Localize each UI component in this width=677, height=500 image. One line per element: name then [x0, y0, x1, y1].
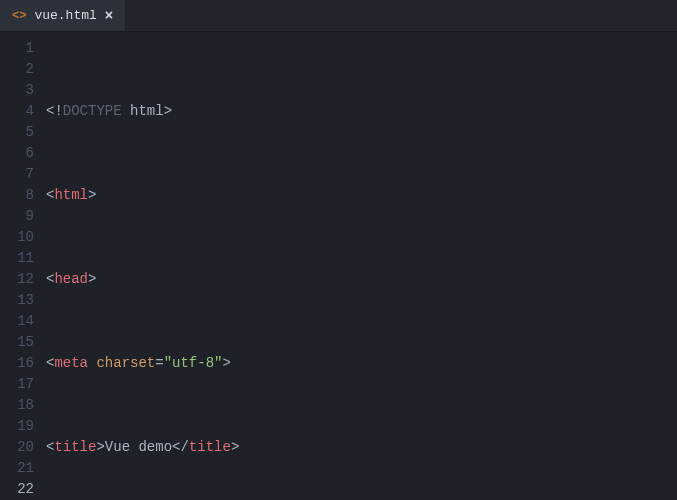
code-area[interactable]: <!DOCTYPE html> <html> <head> <meta char…: [46, 32, 643, 500]
tab-filename: vue.html: [34, 8, 96, 23]
code-line[interactable]: <html>: [46, 185, 643, 206]
close-icon[interactable]: ×: [105, 8, 113, 24]
code-editor[interactable]: 1234 5678 9101112 13141516 17181920 2122…: [0, 32, 677, 500]
line-number-gutter: 1234 5678 9101112 13141516 17181920 2122: [0, 32, 46, 500]
file-type-html-icon: <>: [12, 9, 26, 23]
code-line[interactable]: <head>: [46, 269, 643, 290]
code-line[interactable]: <title>Vue demo</title>: [46, 437, 643, 458]
tab-bar: <> vue.html ×: [0, 0, 677, 32]
code-line[interactable]: <meta charset="utf-8">: [46, 353, 643, 374]
code-line[interactable]: <!DOCTYPE html>: [46, 101, 643, 122]
tab-vue-html[interactable]: <> vue.html ×: [0, 0, 125, 31]
